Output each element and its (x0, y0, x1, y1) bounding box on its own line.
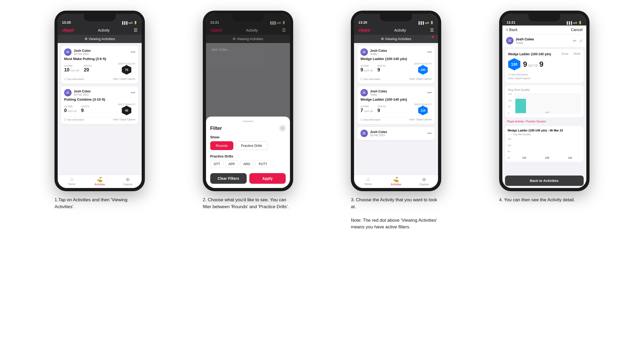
rounds-pill[interactable]: Rounds (210, 141, 233, 150)
phone3-card1-user: JC Josh Coles Today (360, 48, 387, 56)
phone3-card2-title: Wedge Ladder (100-140 yds) (360, 97, 432, 101)
phone1-card2-shots-value: 9 (81, 108, 89, 113)
phone1-tab-home[interactable]: ⌂ Home (58, 175, 86, 188)
back-button[interactable]: < Back (506, 28, 517, 32)
clear-filters-button[interactable]: Clear Filters (210, 173, 247, 184)
phone3-tab-home[interactable]: ⌂ Home (354, 175, 382, 188)
phone3-card3[interactable]: JC Josh Coles 28 Feb 2023 ••• (357, 127, 435, 140)
phone3-card2-name: Josh Coles (370, 89, 387, 93)
phone1-card2-score-label: Score (64, 105, 77, 108)
phone1-card1-out-of: OUT OF (70, 69, 79, 72)
phone1-tab-capture[interactable]: ⊕ Capture (114, 175, 142, 188)
phone3-app-header: clippd Activity ☰ (354, 25, 438, 35)
expand-icon[interactable]: ⤢ (579, 38, 583, 43)
phone3-card1-shots-label: Shots (377, 65, 386, 67)
phone3-card3-more[interactable]: ••• (427, 131, 432, 136)
phone3-card2-score-num: 7 (360, 108, 363, 113)
app-pill[interactable]: APP (225, 160, 238, 168)
phone4-card-title: Wedge Ladder (100-140 yds) (508, 52, 561, 56)
phone1-card1-name: Josh Coles (74, 49, 91, 53)
phone4-session-area: Player Activity • Practice Session Wedge… (502, 117, 586, 163)
phone3-card1-title: Wedge Ladder (100-140 yds) (360, 57, 432, 61)
phone4-user-name: Josh Coles (516, 37, 534, 41)
y-100: 100 (508, 99, 512, 102)
phone3-card1-quality: Shot Quality 130 (414, 62, 432, 75)
phone1-time: 13:20 (62, 20, 71, 24)
phone3-tab-activities-label: Activities (391, 183, 401, 186)
phone3-card1-quality-label: Shot Quality (414, 62, 432, 65)
phone3-viewing-bar[interactable]: ⚙ Viewing Activities (354, 35, 438, 43)
phone3-card3-userinfo: Josh Coles 28 Feb 2023 (370, 130, 387, 137)
phone4-chart-area: 140 100 50 0 APP (508, 93, 580, 114)
phone1-card2-data-source: Data: Clippd Capture (113, 118, 135, 122)
phone3-card3-name: Josh Coles (370, 130, 387, 134)
phone1-status-icons: ▐▐▐ wifi 🔋 (121, 21, 137, 24)
phone3-card2-date: Today (370, 93, 387, 96)
phone4-avg-label2: →→ Avg Shot Quality (508, 133, 581, 136)
phone3-notch (380, 14, 412, 21)
phone1-card2-title: Putting Combine (3-15 ft) (64, 97, 135, 101)
phone3-card2-shots-group: Shots 9 (377, 105, 386, 113)
phone3-card2-user: JC Josh Coles Today (360, 89, 387, 96)
phone4-bottom-spacer (502, 186, 586, 188)
phone4-user-info: JC Josh Coles Today (506, 37, 534, 44)
phone3-hamburger-icon[interactable]: ☰ (430, 28, 434, 33)
phone4-inner: 13:21 ▐▐▐ wifi 🔋 < Back Cancel JC (502, 14, 586, 188)
edit-icon[interactable]: ✏ (573, 38, 576, 43)
phone4-main-card: Wedge Ladder (100-140 yds) Score Shots 1… (505, 49, 584, 83)
phone3-card1[interactable]: JC Josh Coles Today ••• Wedge Ladder (10… (357, 46, 435, 84)
phone2: 13:21 ▐▐▐ wifi 🔋 clippd Activity ☰ ⚙ Vie… (203, 11, 293, 191)
putt-pill[interactable]: PUTT (255, 160, 271, 168)
y-50: 50 (508, 105, 512, 108)
phone4-out-of: OUT OF (528, 64, 538, 67)
phone3-card2-out-of: OUT OF (364, 110, 373, 113)
phone3-card1-footer: ⓘ Test Information Data: Clippd Capture (360, 76, 432, 81)
phone1-inner: 13:20 ▐▐▐ wifi 🔋 clippd Activity ☰ ⚙ Vie… (58, 14, 142, 188)
ott-pill[interactable]: OTT (210, 160, 224, 168)
phone1-card2-date: 28 Feb 2023 (74, 93, 91, 96)
phone3-tab-capture[interactable]: ⊕ Capture (410, 175, 438, 188)
phone1-card1[interactable]: JC Josh Coles 28 Feb 2023 ••• Must Make … (61, 46, 138, 84)
phone3-card2-avatar: JC (360, 89, 368, 96)
cancel-button[interactable]: Cancel (571, 28, 583, 32)
phone3-card2-stats: Score 7 OUT OF Shots 9 (360, 103, 432, 115)
phone3-card2-header: JC Josh Coles Today ••• (360, 89, 432, 96)
phone3-tab-activities[interactable]: ⛳ Activities (382, 175, 410, 188)
phone1-card2-more[interactable]: ••• (131, 90, 135, 95)
phone1-hamburger-icon[interactable]: ☰ (134, 28, 137, 33)
apply-button[interactable]: Apply (249, 173, 286, 184)
battery-icon3: 🔋 (430, 21, 434, 24)
phone3-card2[interactable]: JC Josh Coles Today ••• Wedge Ladder (10… (357, 86, 435, 124)
phone3-card2-userinfo: Josh Coles Today (370, 89, 387, 96)
phone1-card2-out-of: OUT OF (68, 110, 77, 113)
phone3-card2-more[interactable]: ••• (427, 90, 432, 95)
practice-drills-pill[interactable]: Practice Drills (235, 141, 268, 150)
phone3-tab-bar: ⌂ Home ⛳ Activities ⊕ Capture (354, 175, 438, 188)
phone4-bars-container: 140 120 80 60 132 (508, 138, 581, 159)
phone3-tab-home-label: Home (365, 183, 372, 186)
arg-pill[interactable]: ARG (240, 160, 254, 168)
filter-close-button[interactable]: ✕ (279, 125, 286, 131)
phone1-card2[interactable]: JC Josh Coles 28 Feb 2023 ••• Putting Co… (61, 86, 138, 124)
phone4-chart-card: Avg Shot Quality 140 100 50 0 APP (505, 85, 584, 117)
phone1-tab-activities[interactable]: ⛳ Activities (86, 175, 114, 188)
phone3-card1-more[interactable]: ••• (427, 50, 432, 54)
phone1-card1-more[interactable]: ••• (131, 50, 135, 54)
phone1-card1-quality: Shot Quality 75 (118, 62, 135, 75)
phone1-logo: clippd (62, 28, 74, 33)
phone3-card1-score-value: 9 OUT OF (360, 67, 373, 73)
phone4-bars: 132 129 124 (513, 138, 581, 159)
phone1-viewing-bar[interactable]: ⚙ Viewing Activities (58, 35, 142, 43)
phone1-tab-capture-label: Capture (123, 183, 133, 186)
phone3-card2-score-group: Score 7 OUT OF (360, 105, 373, 113)
filter-title: Filter (210, 126, 222, 131)
phone3-card2-quality-label: Shot Quality (414, 103, 432, 106)
phone3-card2-shots-label: Shots (377, 105, 386, 108)
phone4-detail-content: JC Josh Coles Today ✏ ⤢ (502, 34, 586, 176)
phone3-red-dot (432, 36, 434, 38)
back-to-activities-button[interactable]: Back to Activities (505, 176, 584, 186)
capture-icon3: ⊕ (422, 177, 426, 182)
phone1-card2-shots-num: 9 (81, 108, 84, 113)
phone4-stats-labels: Score Shots (561, 52, 580, 55)
phone4-time: 13:21 (507, 20, 515, 24)
